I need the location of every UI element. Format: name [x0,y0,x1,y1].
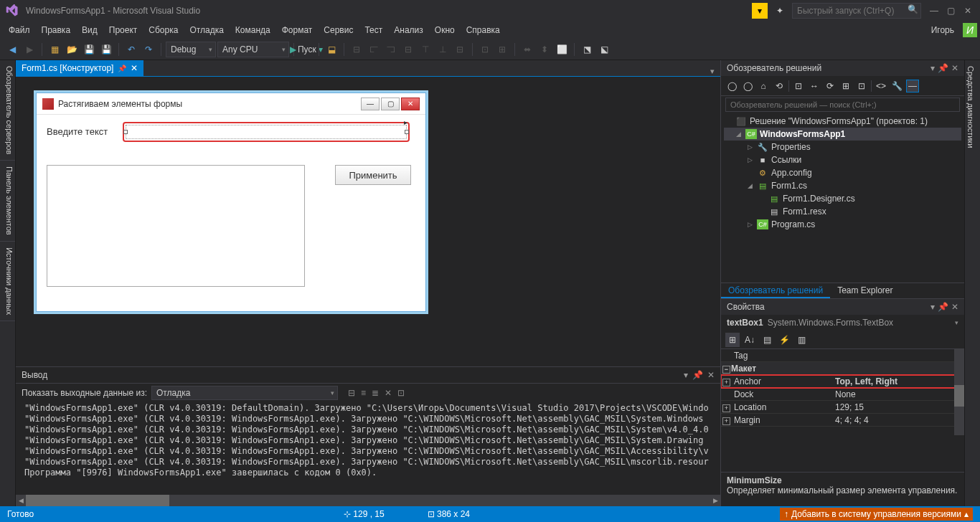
feedback-icon[interactable]: ✦ [772,3,788,19]
align-icon-3[interactable]: ⫎ [383,42,399,57]
tab-solution-explorer[interactable]: Обозреватель решений [721,283,830,298]
output-hscrollbar[interactable]: ◀▶ [16,495,720,506]
sol-tool-icon[interactable]: ↔ [808,80,821,92]
sol-refresh-icon[interactable]: ⟳ [824,80,837,92]
panel-dropdown-icon[interactable]: ▾ [684,370,688,380]
form-designer[interactable]: Растягиваем элементы формы — ▢ ✕ Введите… [16,76,720,366]
order-icon-1[interactable]: ⬔ [579,42,595,57]
platform-combo[interactable]: Any CPU [217,42,289,57]
props-vscrollbar[interactable] [954,349,964,435]
align-icon-4[interactable]: ⊟ [400,42,416,57]
output-tool-icon[interactable]: ⊡ [397,388,405,398]
minimize-button[interactable]: — [930,6,940,16]
apply-button[interactable]: Применить [335,165,411,185]
space-icon-2[interactable]: ⊞ [494,42,510,57]
space-icon-1[interactable]: ⊡ [477,42,493,57]
output-tool-icon[interactable]: ✕ [385,388,392,398]
rail-data-sources[interactable]: Источники данных [0,242,15,321]
tab-close-icon[interactable]: ✕ [131,63,138,73]
size-icon-1[interactable]: ⬌ [519,42,535,57]
output-tool-icon[interactable]: ≣ [372,388,379,398]
close-button[interactable]: ✕ [964,6,974,16]
panel-pin-icon[interactable]: 📌 [938,302,948,312]
menu-window[interactable]: Окно [429,23,461,37]
menu-view[interactable]: Вид [76,23,103,37]
sol-home-icon[interactable]: ⌂ [757,80,770,92]
output-source-combo[interactable]: Отладка [151,386,338,400]
menu-format[interactable]: Формат [276,23,319,37]
open-icon[interactable]: 📂 [64,42,80,57]
sol-view-icon[interactable]: — [906,80,919,92]
menu-build[interactable]: Сборка [143,23,184,37]
panel-close-icon[interactable]: ✕ [951,302,958,312]
menu-project[interactable]: Проект [103,23,143,37]
status-vcs-button[interactable]: ↑ Добавить в систему управления версиями… [780,508,973,521]
output-tool-icon[interactable]: ≡ [361,388,366,398]
resize-handle-right[interactable] [405,130,409,134]
start-debug-button[interactable]: ▶Пуск ▾ [298,42,314,57]
size-icon-3[interactable]: ⬜ [554,42,570,57]
size-icon-2[interactable]: ⬍ [537,42,552,57]
output-text[interactable]: "WindowsFormsApp1.exe" (CLR v4.0.30319: … [16,402,720,495]
smart-tag-icon[interactable]: ▸ [404,118,407,126]
menu-file[interactable]: Файл [3,23,36,37]
align-icon-2[interactable]: ⫍ [366,42,382,57]
props-alpha-icon[interactable]: A↓ [743,333,757,347]
maximize-button[interactable]: ▢ [947,6,957,16]
panel-pin-icon[interactable]: 📌 [692,370,703,380]
multiline-textbox[interactable] [47,165,305,287]
panel-close-icon[interactable]: ✕ [951,63,958,73]
prop-anchor[interactable]: +AnchorTop, Left, Right [721,375,964,388]
nav-back-icon[interactable]: ◀ [4,42,20,57]
align-icon-1[interactable]: ⊟ [349,42,364,57]
output-tool-icon[interactable]: ⊟ [348,388,355,398]
sol-tool-icon[interactable]: ⊡ [855,80,868,92]
sol-tool-icon[interactable]: ⊡ [792,80,805,92]
nav-fwd-icon[interactable]: ▶ [22,42,37,57]
undo-icon[interactable]: ↶ [123,42,139,57]
save-all-icon[interactable]: 💾 [98,42,114,57]
props-object-selector[interactable]: textBox1 System.Windows.Forms.TextBox ▾ [721,315,964,331]
property-grid[interactable]: Tag −Макет +AnchorTop, Left, Right DockN… [721,349,964,472]
sol-search-input[interactable] [725,98,960,112]
sol-sync-icon[interactable]: ⟲ [773,80,786,92]
sol-wrench-icon[interactable]: 🔧 [890,80,903,92]
menu-tools[interactable]: Сервис [318,23,359,37]
winform-preview[interactable]: Растягиваем элементы формы — ▢ ✕ Введите… [36,92,426,312]
sol-back-icon[interactable]: ◯ [725,80,738,92]
panel-dropdown-icon[interactable]: ▾ [930,302,935,312]
solution-tree[interactable]: ⬛Решение "WindowsFormsApp1" (проектов: 1… [721,113,964,283]
props-pages-icon[interactable]: ▥ [794,333,809,347]
panel-pin-icon[interactable]: 📌 [938,63,948,73]
layout-icon[interactable]: ⬓ [324,42,339,57]
rail-diagnostics[interactable]: Средства диагностики [965,60,976,153]
props-props-icon[interactable]: ▤ [760,333,774,347]
pin-icon[interactable]: 📌 [118,65,126,72]
user-name[interactable]: Игорь [925,25,960,35]
menu-team[interactable]: Команда [230,23,276,37]
sol-tool-icon[interactable]: ⊞ [839,80,852,92]
config-combo[interactable]: Debug [166,42,216,57]
menu-test[interactable]: Тест [359,23,388,37]
redo-icon[interactable]: ↷ [141,42,156,57]
sol-code-icon[interactable]: <> [875,80,887,92]
panel-dropdown-icon[interactable]: ▾ [930,63,935,73]
sol-fwd-icon[interactable]: ◯ [741,80,754,92]
rail-toolbox[interactable]: Панель элементов [0,161,15,242]
props-categorized-icon[interactable]: ⊞ [725,333,740,347]
align-icon-7[interactable]: ⊟ [452,42,468,57]
notifications-flag-icon[interactable]: ▾ [752,3,768,19]
save-icon[interactable]: 💾 [81,42,97,57]
menu-analyze[interactable]: Анализ [388,23,429,37]
align-icon-5[interactable]: ⊤ [418,42,433,57]
prop-location[interactable]: +Location129; 15 [721,401,964,414]
tab-team-explorer[interactable]: Team Explorer [830,283,900,298]
form-label[interactable]: Введите текст [47,126,108,137]
rail-server-explorer[interactable]: Обозреватель серверов [0,60,15,161]
menu-debug[interactable]: Отладка [184,23,229,37]
quick-launch-input[interactable] [792,3,921,19]
props-events-icon[interactable]: ⚡ [777,333,791,347]
menu-help[interactable]: Справка [461,23,506,37]
order-icon-2[interactable]: ⬕ [596,42,612,57]
menu-edit[interactable]: Правка [36,23,77,37]
